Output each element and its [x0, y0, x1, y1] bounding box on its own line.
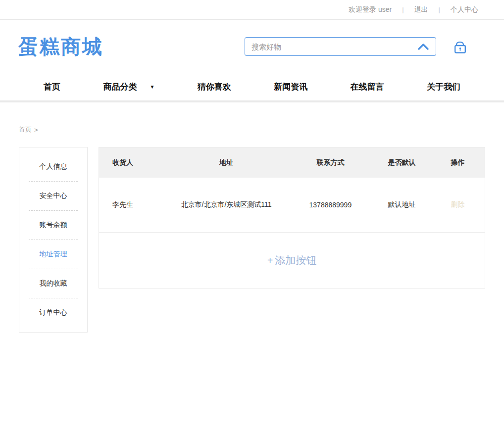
- topbar-separator: |: [439, 6, 440, 13]
- topbar: 欢迎登录 user | 退出 | 个人中心: [0, 0, 504, 20]
- add-button-label: 添加按钮: [275, 253, 316, 267]
- nav-item-about[interactable]: 关于我们: [427, 81, 460, 93]
- sidebar-item-security[interactable]: 安全中心: [19, 182, 87, 210]
- breadcrumb-home[interactable]: 首页: [19, 125, 32, 134]
- table-header-row: 收货人 地址 联系方式 是否默认 操作: [99, 147, 485, 178]
- nav-item-home[interactable]: 首页: [44, 81, 60, 93]
- search-box[interactable]: [245, 37, 436, 56]
- user-center-link[interactable]: 个人中心: [451, 5, 478, 14]
- cart-lock-button[interactable]: [454, 39, 467, 54]
- breadcrumb: 首页 >: [19, 125, 485, 134]
- cell-default-badge: 默认地址: [373, 200, 431, 209]
- delete-address-button[interactable]: 删除: [451, 200, 464, 208]
- header: 蛋糕商城: [0, 20, 504, 73]
- dropdown-arrow-icon: ▼: [150, 84, 154, 90]
- plus-icon: +: [267, 255, 273, 266]
- cell-phone: 13788889999: [288, 201, 373, 209]
- sidebar-item-favorites[interactable]: 我的收藏: [19, 269, 87, 298]
- col-header-address: 地址: [164, 158, 288, 167]
- nav-divider: [0, 100, 504, 102]
- add-address-area[interactable]: + 添加按钮: [99, 233, 485, 288]
- chevron-up-icon[interactable]: [417, 43, 429, 50]
- table-row: 李先生 北京市/北京市/东城区测试111 13788889999 默认地址 删除: [99, 178, 485, 233]
- cell-receiver: 李先生: [99, 200, 164, 209]
- sidebar-item-profile[interactable]: 个人信息: [19, 152, 87, 181]
- nav-item-message[interactable]: 在线留言: [351, 81, 384, 93]
- col-header-receiver: 收货人: [99, 158, 164, 167]
- add-address-button[interactable]: + 添加按钮: [267, 253, 317, 267]
- nav-item-news[interactable]: 新闻资讯: [274, 81, 307, 93]
- lock-icon: [454, 39, 467, 54]
- site-logo[interactable]: 蛋糕商城: [18, 37, 103, 56]
- topbar-separator: |: [402, 6, 403, 13]
- col-header-phone: 联系方式: [288, 158, 373, 167]
- breadcrumb-separator: >: [34, 126, 38, 134]
- sidebar-item-address[interactable]: 地址管理: [19, 240, 87, 269]
- sidebar-item-orders[interactable]: 订单中心: [19, 298, 87, 327]
- search-input[interactable]: [252, 43, 417, 51]
- nav-item-recommend[interactable]: 猜你喜欢: [198, 81, 231, 93]
- sidebar-item-balance[interactable]: 账号余额: [19, 211, 87, 240]
- user-center-sidebar: 个人信息 安全中心 账号余额 地址管理 我的收藏 订单中心: [19, 147, 88, 333]
- col-header-default: 是否默认: [373, 158, 431, 167]
- content: 个人信息 安全中心 账号余额 地址管理 我的收藏 订单中心 收货人 地址 联系方…: [0, 147, 504, 333]
- nav-item-categories[interactable]: 商品分类 ▼: [103, 81, 154, 93]
- logout-link[interactable]: 退出: [414, 5, 428, 14]
- cell-address: 北京市/北京市/东城区测试111: [164, 200, 288, 209]
- address-table: 收货人 地址 联系方式 是否默认 操作 李先生 北京市/北京市/东城区测试111…: [99, 147, 485, 288]
- main-nav: 首页 商品分类 ▼ 猜你喜欢 新闻资讯 在线留言 关于我们: [0, 73, 504, 100]
- col-header-action: 操作: [431, 158, 485, 167]
- welcome-text: 欢迎登录 user: [349, 5, 392, 14]
